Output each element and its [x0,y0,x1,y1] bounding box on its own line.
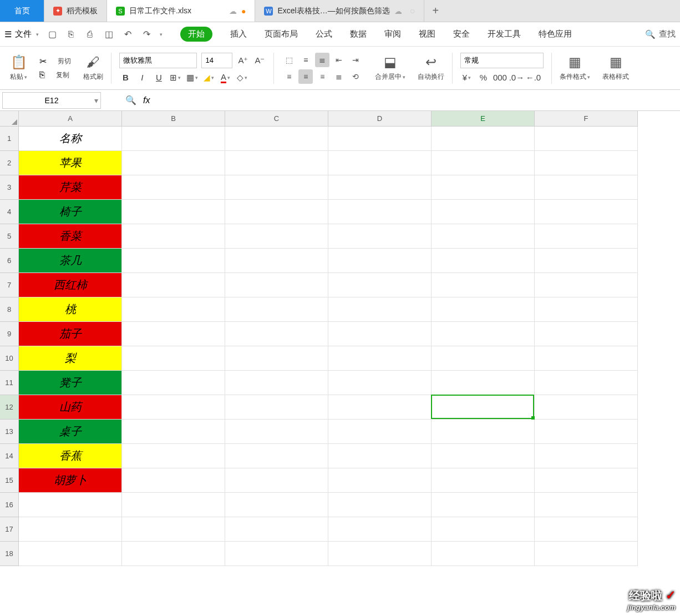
increase-decimal-button[interactable]: .0→ [510,72,522,84]
cell-C4[interactable] [225,200,328,224]
cell-F1[interactable] [535,127,638,151]
font-name-select[interactable] [119,53,197,68]
cell-D3[interactable] [328,175,432,200]
col-header-C[interactable]: C [225,111,328,127]
cell-E3[interactable] [432,175,535,200]
cell-B6[interactable] [122,249,225,273]
cell-D6[interactable] [328,249,432,273]
cell-A2[interactable]: 苹果 [19,151,122,175]
new-tab-button[interactable]: + [424,0,446,22]
row-header[interactable]: 10 [0,346,19,371]
paste-icon[interactable]: 📋 [11,54,27,70]
cell-A17[interactable] [19,517,122,542]
cell-B14[interactable] [122,444,225,468]
cell-D13[interactable] [328,420,432,444]
copy-button[interactable]: ⎘ 复制 [39,70,69,80]
text-rotate-button[interactable]: ⟲ [348,69,363,84]
cell-F4[interactable] [535,200,638,224]
cell-F9[interactable] [535,322,638,346]
cell-A5[interactable]: 香菜 [19,224,122,249]
fill-color-button[interactable]: ◢▾ [202,72,215,84]
border-button[interactable]: ⊞▾ [169,72,181,84]
cell-B8[interactable] [122,297,225,322]
cell-E8[interactable] [432,297,535,322]
cell-A8[interactable]: 桃 [19,297,122,322]
cell-D14[interactable] [328,444,432,468]
paste-label[interactable]: 粘贴▾ [10,72,27,82]
format-painter-group[interactable]: 🖌 格式刷 [79,47,108,89]
chevron-down-icon[interactable]: ▾ [160,32,163,37]
cell-E4[interactable] [432,200,535,224]
table-format-group[interactable]: ▦ 表格样式 [598,47,633,89]
cell-A9[interactable]: 茄子 [19,322,122,346]
cond-format-group[interactable]: ▦ 条件格式▾ [555,47,595,89]
cell-A18[interactable] [19,542,122,566]
cell-B7[interactable] [122,273,225,297]
align-right-button[interactable]: ≡ [315,69,329,84]
cell-C16[interactable] [225,493,328,517]
cell-B17[interactable] [122,517,225,542]
wrap-group[interactable]: ↩ 自动换行 [413,47,449,89]
file-menu[interactable]: ☰ 文件 ▾ [4,29,39,39]
cell-F7[interactable] [535,273,638,297]
search-box[interactable]: 🔍 查找 [645,29,676,39]
number-format-select[interactable] [460,53,544,68]
cell-F14[interactable] [535,444,638,468]
col-header-F[interactable]: F [535,111,638,127]
undo-icon[interactable]: ↶ [121,28,134,41]
cell-E11[interactable] [432,371,535,395]
cell-F12[interactable] [535,395,638,420]
tab-excel-tips[interactable]: W Excel表格技…—如何按颜色筛选 ☁ ○ [255,0,424,22]
cell-D2[interactable] [328,151,432,175]
row-header[interactable]: 12 [0,395,19,420]
cell-B10[interactable] [122,346,225,371]
cell-F16[interactable] [535,493,638,517]
save-icon[interactable]: ▢ [45,28,59,41]
cell-A11[interactable]: 凳子 [19,371,122,395]
ribbon-tab-review[interactable]: 审阅 [384,29,401,39]
ribbon-tab-insert[interactable]: 插入 [230,29,247,39]
cell-D12[interactable] [328,395,432,420]
decrease-font-icon[interactable]: A⁻ [253,54,266,67]
cell-D7[interactable] [328,273,432,297]
ribbon-tab-data[interactable]: 数据 [350,29,367,39]
cell-E15[interactable] [432,468,535,493]
col-header-A[interactable]: A [19,111,122,127]
chevron-down-icon[interactable]: ▾ [94,96,98,105]
decrease-decimal-button[interactable]: ←.0 [527,72,539,84]
cell-E1[interactable] [432,127,535,151]
cell-C6[interactable] [225,249,328,273]
select-all-corner[interactable] [0,111,19,127]
cell-B13[interactable] [122,420,225,444]
col-header-B[interactable]: B [122,111,225,127]
cell-B4[interactable] [122,200,225,224]
cell-E16[interactable] [432,493,535,517]
cell-B18[interactable] [122,542,225,566]
cell-C7[interactable] [225,273,328,297]
cell-F17[interactable] [535,517,638,542]
cell-B16[interactable] [122,493,225,517]
cell-D18[interactable] [328,542,432,566]
align-bottom-button[interactable]: ≣ [315,53,329,67]
align-center-button[interactable]: ≡ [298,69,313,84]
cell-A15[interactable]: 胡萝卜 [19,468,122,493]
tab-home[interactable]: 首页 [0,0,44,22]
cell-B1[interactable] [122,127,225,151]
font-size-select[interactable] [201,53,232,68]
cell-A16[interactable] [19,493,122,517]
cell-C10[interactable] [225,346,328,371]
merge-group[interactable]: ⬓ 合并居中▾ [371,47,410,89]
preview-icon[interactable]: ◫ [102,28,115,41]
decrease-indent-button[interactable]: ⇤ [332,53,346,67]
bold-button[interactable]: B [119,72,131,84]
cell-D16[interactable] [328,493,432,517]
cell-F18[interactable] [535,542,638,566]
zoom-icon[interactable]: 🔍 [125,95,136,105]
print-icon[interactable]: ⎙ [83,28,97,41]
cell-style-button[interactable]: ▦▾ [186,72,198,84]
cell-E13[interactable] [432,420,535,444]
cell-C17[interactable] [225,517,328,542]
cell-E10[interactable] [432,346,535,371]
col-header-E[interactable]: E [432,111,535,127]
cell-D15[interactable] [328,468,432,493]
